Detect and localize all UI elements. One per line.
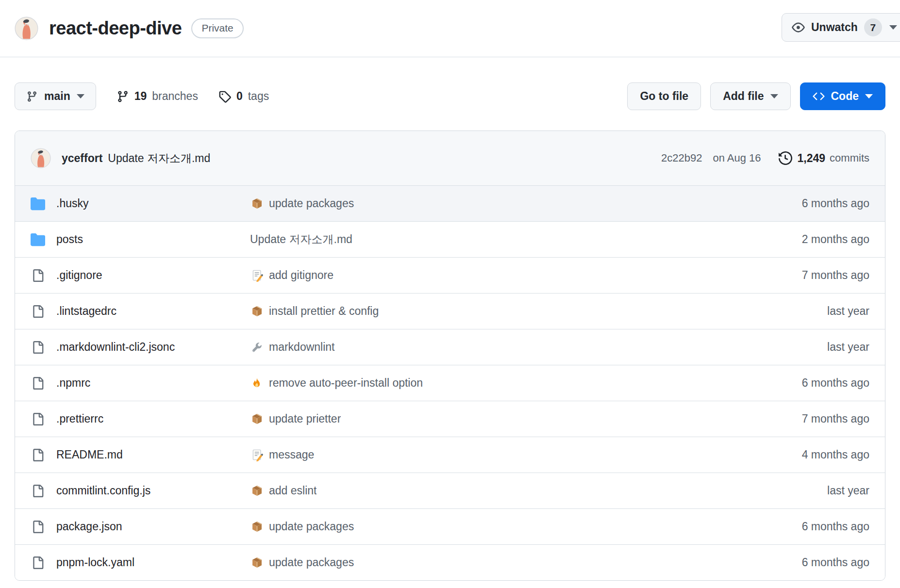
file-name-cell: .lintstagedrc (31, 305, 250, 318)
package-emoji-icon (250, 556, 264, 569)
file-name-link[interactable]: .npmrc (56, 376, 90, 390)
row-commit-message-link[interactable]: remove auto-peer-install option (269, 376, 423, 390)
go-to-file-button[interactable]: Go to file (627, 82, 701, 110)
file-icon (31, 305, 45, 318)
row-commit-message-link[interactable]: Update 저자소개.md (250, 232, 352, 247)
row-commit-message-link[interactable]: message (269, 448, 314, 461)
commits-label[interactable]: commits (830, 152, 869, 164)
file-row: .husky update packages 6 months ago (15, 185, 885, 221)
row-commit-message-link[interactable]: add eslint (269, 484, 317, 497)
file-icon (31, 269, 45, 282)
file-browser-card: yceffort Update 저자소개.md 2c22b92 on Aug 1… (15, 131, 885, 581)
row-commit-message-link[interactable]: update packages (269, 197, 354, 210)
row-commit-message-link[interactable]: update packages (269, 556, 354, 569)
file-row: package.json update packages 6 months ag… (15, 508, 885, 544)
file-icon (31, 413, 45, 425)
add-file-button[interactable]: Add file (710, 82, 790, 110)
eye-icon (792, 21, 805, 34)
branch-selector-button[interactable]: main (15, 82, 96, 110)
file-icon (31, 521, 45, 533)
repo-header: react-deep-dive Private Unwatch 7 (0, 0, 900, 57)
file-icon (31, 449, 45, 461)
file-name-link[interactable]: pnpm-lock.yaml (56, 556, 134, 569)
code-icon (813, 90, 825, 102)
commit-message-cell: remove auto-peer-install option (250, 376, 750, 390)
file-row: .npmrc remove auto-peer-install option 6… (15, 365, 885, 401)
commits-count[interactable]: 1,249 (798, 152, 826, 165)
file-name-cell: .npmrc (31, 376, 250, 390)
file-name-cell: README.md (31, 448, 250, 461)
file-name-link[interactable]: .lintstagedrc (56, 305, 117, 318)
tag-icon (218, 90, 231, 103)
fire-emoji-icon (250, 377, 264, 390)
history-icon (779, 151, 792, 165)
folder-icon (31, 196, 45, 211)
commit-date: on Aug 16 (713, 152, 761, 164)
file-name-link[interactable]: commitlint.config.js (56, 484, 150, 497)
commit-message-cell: markdownlint (250, 341, 750, 354)
package-emoji-icon (250, 197, 264, 210)
watchers-count-badge: 7 (864, 18, 882, 36)
row-commit-message-link[interactable]: add gitignore (269, 269, 333, 282)
file-row: commitlint.config.js add eslint last yea… (15, 473, 885, 508)
latest-commit-header: yceffort Update 저자소개.md 2c22b92 on Aug 1… (15, 131, 885, 185)
file-name-link[interactable]: .markdownlint-cli2.jsonc (56, 341, 175, 354)
file-name-link[interactable]: README.md (56, 448, 123, 461)
commit-message-link[interactable]: Update 저자소개.md (108, 151, 210, 166)
tags-link[interactable]: 0 tags (218, 90, 269, 103)
commit-meta: 2c22b92 on Aug 16 1,249 commits (661, 151, 869, 165)
row-commit-message-link[interactable]: update prietter (269, 412, 341, 425)
unwatch-button[interactable]: Unwatch 7 (782, 13, 900, 42)
unwatch-label: Unwatch (811, 21, 858, 34)
commit-sha-link[interactable]: 2c22b92 (661, 152, 702, 164)
file-row: .lintstagedrc install prettier & config … (15, 293, 885, 329)
chevron-down-icon (77, 94, 84, 98)
commit-author-link[interactable]: yceffort (62, 152, 102, 165)
file-icon (31, 341, 45, 354)
file-name-link[interactable]: package.json (56, 520, 122, 533)
package-emoji-icon (250, 412, 264, 425)
row-commit-message-link[interactable]: update packages (269, 520, 354, 533)
current-branch-label: main (44, 90, 70, 103)
file-row: .gitignore add gitignore 7 months ago (15, 257, 885, 293)
file-name-cell: .husky (31, 196, 250, 211)
file-name-cell: .gitignore (31, 269, 250, 282)
file-icon (31, 556, 45, 569)
row-commit-date: 7 months ago (750, 269, 869, 282)
branches-link[interactable]: 19 branches (117, 90, 198, 103)
file-name-link[interactable]: .husky (56, 197, 88, 210)
git-branch-icon (117, 90, 129, 103)
row-commit-date: last year (750, 484, 869, 497)
file-name-cell: posts (31, 232, 250, 247)
toolbar-left: main 19 branches 0 tags (15, 82, 269, 110)
row-commit-date: 6 months ago (750, 520, 869, 533)
file-name-link[interactable]: .gitignore (56, 269, 102, 282)
package-emoji-icon (250, 305, 264, 318)
repo-title[interactable]: react-deep-dive (49, 18, 182, 39)
commit-message-cell: add gitignore (250, 269, 750, 282)
row-commit-message-link[interactable]: markdownlint (269, 341, 335, 354)
file-name-cell: .markdownlint-cli2.jsonc (31, 341, 250, 354)
file-name-link[interactable]: posts (56, 233, 83, 246)
file-name-link[interactable]: .prettierrc (56, 412, 103, 425)
code-button[interactable]: Code (800, 82, 886, 110)
tags-label: tags (248, 90, 269, 103)
repo-toolbar: main 19 branches 0 tags Go to file Add f… (15, 82, 885, 110)
repo-visibility-badge: Private (191, 18, 243, 38)
file-name-cell: commitlint.config.js (31, 484, 250, 497)
file-row: README.md message 4 months ago (15, 437, 885, 473)
commit-author-avatar[interactable] (31, 148, 51, 168)
commit-message-cell: install prettier & config (250, 305, 750, 318)
file-icon (31, 485, 45, 497)
tags-count: 0 (236, 90, 243, 103)
file-row: .markdownlint-cli2.jsonc markdownlint la… (15, 329, 885, 365)
repo-owner-avatar[interactable] (15, 16, 38, 40)
commit-message-cell: Update 저자소개.md (250, 232, 750, 247)
row-commit-message-link[interactable]: install prettier & config (269, 305, 379, 318)
repo-page: react-deep-dive Private Unwatch 7 main 1… (0, 0, 900, 581)
row-commit-date: 6 months ago (750, 556, 869, 569)
package-emoji-icon (250, 484, 264, 497)
git-branch-icon (26, 91, 38, 102)
commit-message-cell: update packages (250, 197, 750, 210)
chevron-down-icon (865, 94, 873, 98)
